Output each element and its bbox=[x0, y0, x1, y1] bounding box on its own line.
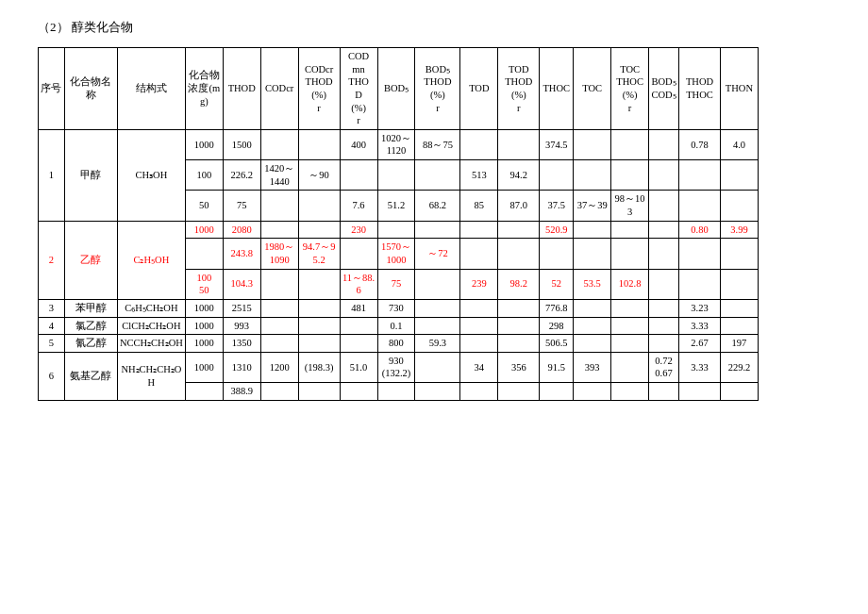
table-row: 5氰乙醇NCCH₂CH₂OH1000135080059.3506.52.6719… bbox=[39, 335, 830, 353]
table-cell bbox=[540, 239, 574, 269]
table-cell: 1420～1440 bbox=[260, 160, 298, 191]
table-cell bbox=[649, 160, 679, 191]
table-cell: 氯乙醇 bbox=[64, 317, 117, 335]
col-seq: 序号 bbox=[39, 48, 65, 130]
table-cell bbox=[679, 383, 721, 401]
table-cell bbox=[340, 335, 377, 353]
table-cell bbox=[498, 221, 540, 239]
table-cell: 506.5 bbox=[540, 335, 574, 353]
table-cell: 776.8 bbox=[540, 299, 574, 317]
col-toc: TOC bbox=[574, 48, 611, 130]
table-cell: (198.3) bbox=[298, 352, 340, 382]
table-cell bbox=[415, 317, 460, 335]
table-cell bbox=[498, 299, 540, 317]
table-cell: 51.2 bbox=[377, 191, 415, 221]
table-cell bbox=[460, 299, 498, 317]
table-cell: 88～75 bbox=[415, 129, 460, 159]
table-cell: 氨基乙醇 bbox=[64, 352, 117, 400]
table-cell: 239 bbox=[460, 269, 498, 299]
col-structure: 结构式 bbox=[117, 48, 185, 130]
table-cell bbox=[611, 352, 649, 382]
table-cell: 乙醇 bbox=[64, 221, 117, 299]
table-cell: 4 bbox=[39, 317, 65, 335]
table-cell: 59.3 bbox=[415, 335, 460, 353]
table-cell: 3.99 bbox=[720, 221, 758, 239]
table-cell: 513 bbox=[460, 160, 498, 191]
table-cell: 1000 bbox=[185, 317, 223, 335]
table-cell bbox=[260, 129, 298, 159]
table-cell bbox=[574, 239, 611, 269]
table-cell: 4.0 bbox=[720, 129, 758, 159]
table-cell: 520.9 bbox=[540, 221, 574, 239]
table-cell: 11～88.6 bbox=[340, 269, 377, 299]
table-cell bbox=[415, 160, 460, 191]
table-cell bbox=[649, 383, 679, 401]
table-cell: NCCH₂CH₂OH bbox=[117, 335, 185, 353]
table-cell bbox=[720, 239, 758, 269]
table-cell: 51.0 bbox=[340, 352, 377, 382]
table-cell bbox=[574, 335, 611, 353]
table-cell bbox=[260, 383, 298, 401]
col-codmn-thod: CODmnTHOD(%)r bbox=[340, 48, 377, 130]
table-cell bbox=[415, 299, 460, 317]
table-cell bbox=[415, 352, 460, 382]
col-bod5-val: BOD₅ bbox=[377, 48, 415, 130]
table-cell bbox=[260, 317, 298, 335]
table-cell: 226.2 bbox=[223, 160, 260, 191]
table-cell: 1000 bbox=[185, 221, 223, 239]
table-cell: 230 bbox=[340, 221, 377, 239]
table-cell bbox=[611, 299, 649, 317]
table-cell: CH₃OH bbox=[117, 129, 185, 221]
table-cell bbox=[611, 317, 649, 335]
table-cell: 1350 bbox=[223, 335, 260, 353]
table-cell: ～90 bbox=[298, 160, 340, 191]
table-cell: 1000 bbox=[185, 352, 223, 382]
table-cell: C₆H₅CH₂OH bbox=[117, 299, 185, 317]
table-cell bbox=[498, 239, 540, 269]
table-cell bbox=[377, 383, 415, 401]
table-cell: 930(132.2) bbox=[377, 352, 415, 382]
table-cell bbox=[649, 269, 679, 299]
col-thon: THON bbox=[720, 48, 758, 130]
section-title: （2） 醇类化合物 bbox=[38, 19, 830, 36]
table-cell: 98.2 bbox=[498, 269, 540, 299]
table-cell: 75 bbox=[377, 269, 415, 299]
table-cell bbox=[415, 221, 460, 239]
table-cell: 298 bbox=[540, 317, 574, 335]
table-cell: 0.720.67 bbox=[649, 352, 679, 382]
table-cell: 98～103 bbox=[611, 191, 649, 221]
table-cell bbox=[260, 269, 298, 299]
table-cell bbox=[679, 269, 721, 299]
table-cell: 0.1 bbox=[377, 317, 415, 335]
table-cell: 52 bbox=[540, 269, 574, 299]
table-cell: 393 bbox=[574, 352, 611, 382]
table-cell bbox=[720, 317, 758, 335]
table-cell bbox=[498, 317, 540, 335]
table-cell bbox=[611, 335, 649, 353]
table-cell: 34 bbox=[460, 352, 498, 382]
table-cell bbox=[185, 239, 223, 269]
col-thod: THOD bbox=[223, 48, 260, 130]
table-cell: 356 bbox=[498, 352, 540, 382]
col-thod-thoc: THODTHOC bbox=[679, 48, 721, 130]
table-cell bbox=[498, 383, 540, 401]
table-cell bbox=[649, 299, 679, 317]
table-cell: 7.6 bbox=[340, 191, 377, 221]
table-cell: 5 bbox=[39, 335, 65, 353]
table-cell bbox=[574, 129, 611, 159]
table-cell bbox=[298, 335, 340, 353]
table-cell: 2 bbox=[39, 221, 65, 299]
table-cell bbox=[298, 383, 340, 401]
table-cell: ～72 bbox=[415, 239, 460, 269]
table-cell: 2.67 bbox=[679, 335, 721, 353]
table-cell bbox=[649, 129, 679, 159]
table-cell bbox=[720, 160, 758, 191]
table-cell: 87.0 bbox=[498, 191, 540, 221]
table-cell bbox=[540, 160, 574, 191]
table-cell bbox=[460, 383, 498, 401]
table-cell: 800 bbox=[377, 335, 415, 353]
table-cell: 1000 bbox=[185, 129, 223, 159]
table-cell bbox=[460, 239, 498, 269]
table-cell: 37～39 bbox=[574, 191, 611, 221]
table-cell bbox=[298, 317, 340, 335]
